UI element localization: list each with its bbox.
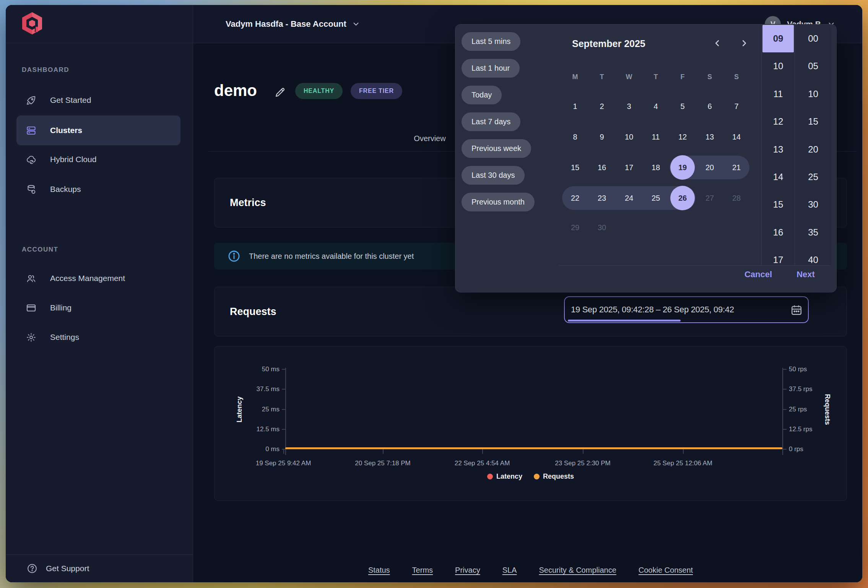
edit-pencil-icon[interactable] <box>274 86 286 98</box>
calendar-day-9[interactable]: 9 <box>590 125 614 149</box>
y-tick-right: 50 rps <box>789 365 807 373</box>
minute-option-15[interactable]: 15 <box>796 108 831 135</box>
requests-title: Requests <box>230 306 276 318</box>
minute-option-35[interactable]: 35 <box>796 219 831 246</box>
x-tick-label: 22 Sep 25 4:54 AM <box>455 460 510 467</box>
calendar-month-title: September 2025 <box>572 38 645 49</box>
minute-option-10[interactable]: 10 <box>796 80 831 108</box>
chart-card: LatencyRequests50 ms37.5 ms25 ms12.5 ms0… <box>214 346 847 501</box>
calendar-day-20[interactable]: 20 <box>697 155 722 180</box>
minute-option-05[interactable]: 05 <box>796 52 831 80</box>
hour-option-16[interactable]: 16 <box>762 219 794 246</box>
calendar-day-16[interactable]: 16 <box>590 155 614 180</box>
sidebar-item-access-management[interactable]: Access Management <box>16 263 180 293</box>
left-axis-line <box>285 368 286 455</box>
footer-link-cookie-consent[interactable]: Cookie Consent <box>639 566 693 575</box>
hour-option-15[interactable]: 15 <box>762 191 794 218</box>
minute-option-30[interactable]: 30 <box>796 191 831 218</box>
quick-range-previous-week[interactable]: Previous week <box>462 139 531 158</box>
weekday-label: S <box>707 73 712 81</box>
hour-option-13[interactable]: 13 <box>762 136 794 163</box>
series-line-requests <box>285 447 782 449</box>
credit-card-icon <box>26 303 36 313</box>
footer-link-status[interactable]: Status <box>368 566 390 575</box>
metrics-title: Metrics <box>230 197 266 209</box>
sidebar-item-label: Get Started <box>50 96 91 105</box>
calendar-day-13[interactable]: 13 <box>697 125 722 149</box>
quick-range-last-1-hour[interactable]: Last 1 hour <box>462 59 520 78</box>
calendar-day-24[interactable]: 24 <box>617 186 641 210</box>
hour-option-10[interactable]: 10 <box>762 52 794 80</box>
calendar-day-6[interactable]: 6 <box>697 94 722 119</box>
date-range-input[interactable]: 19 Sep 2025, 09:42:28 – 26 Sep 2025, 09:… <box>564 296 809 323</box>
quick-range-today[interactable]: Today <box>462 86 502 104</box>
calendar-day-8[interactable]: 8 <box>563 125 587 149</box>
sidebar-item-label: Backups <box>50 185 81 194</box>
tick-mark <box>282 409 285 410</box>
calendar-day-1[interactable]: 1 <box>563 94 587 119</box>
sidebar-item-get-started[interactable]: Get Started <box>16 85 180 115</box>
calendar-day-30[interactable]: 30 <box>590 215 614 240</box>
footer-link-sla[interactable]: SLA <box>502 566 517 575</box>
calendar-day-22[interactable]: 22 <box>563 186 587 210</box>
calendar-day-27[interactable]: 27 <box>697 186 722 210</box>
gear-icon <box>26 332 36 343</box>
calendar-day-23[interactable]: 23 <box>590 186 614 210</box>
quick-range-last-7-days[interactable]: Last 7 days <box>462 112 520 131</box>
legend-item-latency[interactable]: Latency <box>487 473 522 481</box>
legend-item-requests[interactable]: Requests <box>534 473 574 481</box>
sidebar-item-billing[interactable]: Billing <box>16 293 180 323</box>
calendar-day-29[interactable]: 29 <box>563 215 587 240</box>
hour-option-17[interactable]: 17 <box>762 246 794 265</box>
get-support-label: Get Support <box>46 564 89 573</box>
hour-option-09[interactable]: 09 <box>762 25 794 52</box>
calendar-day-10[interactable]: 10 <box>617 125 641 149</box>
footer-link-privacy[interactable]: Privacy <box>455 566 480 575</box>
get-support-button[interactable]: Get Support <box>6 554 193 582</box>
quick-range-last-5-mins[interactable]: Last 5 mins <box>462 32 520 51</box>
hour-option-11[interactable]: 11 <box>762 80 794 108</box>
minute-option-20[interactable]: 20 <box>796 136 831 163</box>
app-logo-icon[interactable] <box>21 11 43 35</box>
sidebar-item-settings[interactable]: Settings <box>16 322 180 352</box>
footer-link-terms[interactable]: Terms <box>412 566 433 575</box>
calendar-day-25[interactable]: 25 <box>644 186 668 210</box>
hour-option-12[interactable]: 12 <box>762 108 794 135</box>
question-circle-icon <box>27 563 37 574</box>
calendar-day-26[interactable]: 26 <box>670 186 695 210</box>
calendar-day-18[interactable]: 18 <box>644 155 668 180</box>
minute-option-00[interactable]: 00 <box>796 25 831 52</box>
sidebar-item-hybrid-cloud[interactable]: Hybrid Cloud <box>16 145 180 174</box>
tick-mark <box>783 389 787 390</box>
calendar-day-4[interactable]: 4 <box>644 94 668 119</box>
calendar-day-15[interactable]: 15 <box>563 155 587 180</box>
chevron-left-icon <box>712 38 722 48</box>
tick-mark <box>283 449 284 454</box>
calendar-day-12[interactable]: 12 <box>670 125 695 149</box>
hour-option-14[interactable]: 14 <box>762 163 794 191</box>
tab-overview[interactable]: Overview <box>414 134 445 143</box>
calendar-day-19[interactable]: 19 <box>670 155 695 180</box>
cancel-button[interactable]: Cancel <box>742 270 774 279</box>
calendar-day-21[interactable]: 21 <box>724 155 749 180</box>
sidebar-item-backups[interactable]: Backups <box>16 174 180 204</box>
account-selector[interactable]: Vadym Hasdfa - Base Account <box>226 5 360 43</box>
calendar-day-7[interactable]: 7 <box>724 94 749 119</box>
calendar-day-28[interactable]: 28 <box>724 186 749 210</box>
prev-month-button[interactable] <box>710 37 724 50</box>
next-month-button[interactable] <box>737 37 751 50</box>
calendar-day-17[interactable]: 17 <box>617 155 641 180</box>
quick-range-previous-month[interactable]: Previous month <box>462 193 535 211</box>
calendar-day-2[interactable]: 2 <box>590 94 614 119</box>
sidebar-item-clusters[interactable]: Clusters <box>16 115 180 145</box>
calendar-day-3[interactable]: 3 <box>617 94 641 119</box>
minute-option-25[interactable]: 25 <box>796 163 831 191</box>
calendar-day-11[interactable]: 11 <box>644 125 668 149</box>
calendar-day-5[interactable]: 5 <box>670 94 695 119</box>
next-button[interactable]: Next <box>795 270 817 279</box>
footer-link-security-compliance[interactable]: Security & Compliance <box>539 566 616 575</box>
minute-option-40[interactable]: 40 <box>796 246 831 265</box>
calendar-day-14[interactable]: 14 <box>724 125 749 149</box>
y-tick-left: 37.5 ms <box>234 385 280 393</box>
quick-range-last-30-days[interactable]: Last 30 days <box>462 166 525 185</box>
